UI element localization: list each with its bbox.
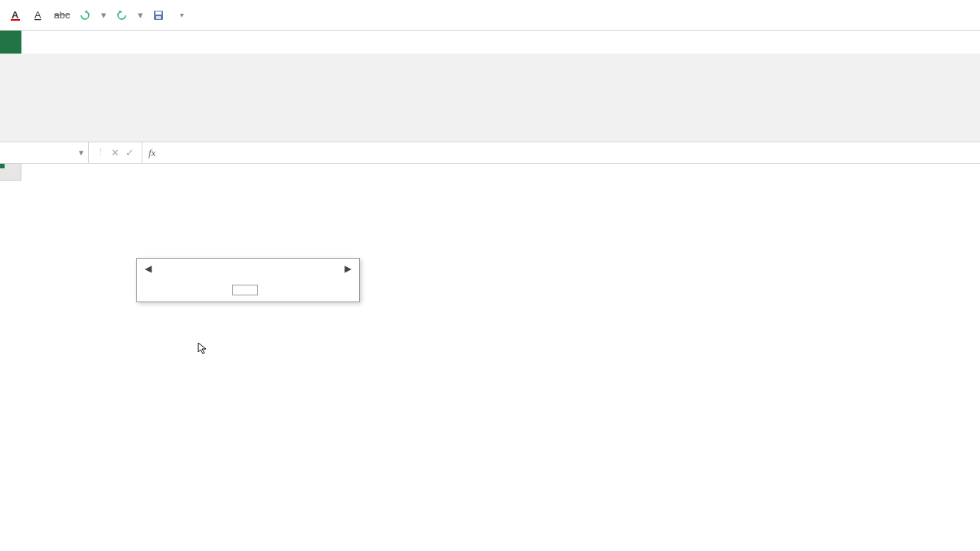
save-icon[interactable] bbox=[150, 7, 167, 24]
name-box-dropdown-icon[interactable]: ▼ bbox=[77, 148, 85, 157]
undo-icon[interactable] bbox=[77, 7, 93, 24]
svg-text:A: A bbox=[34, 9, 41, 21]
quick-access-toolbar: A A abc ▾ ▾ ▾ bbox=[0, 7, 190, 24]
column-headers bbox=[21, 164, 980, 181]
select-all-corner[interactable] bbox=[0, 164, 21, 181]
name-box[interactable]: ▼ bbox=[0, 142, 89, 163]
popup-calendar: ◀ ▶ bbox=[136, 258, 360, 302]
svg-rect-1 bbox=[11, 19, 20, 21]
undo-dropdown-icon[interactable]: ▾ bbox=[100, 7, 107, 24]
mouse-cursor-icon bbox=[198, 342, 210, 354]
enter-icon[interactable]: ✓ bbox=[126, 147, 134, 158]
formula-input[interactable]: fx bbox=[142, 142, 980, 163]
tab-file[interactable] bbox=[0, 31, 21, 54]
formula-bar-buttons: ⋮ ✕ ✓ bbox=[89, 142, 142, 163]
svg-text:A: A bbox=[11, 9, 19, 21]
svg-rect-5 bbox=[156, 16, 161, 19]
redo-dropdown-icon[interactable]: ▾ bbox=[136, 7, 144, 24]
spreadsheet-grid: ◀ ▶ bbox=[0, 164, 980, 551]
calendar-next-icon[interactable]: ▶ bbox=[345, 263, 351, 274]
underline-icon[interactable]: A bbox=[31, 7, 47, 24]
ribbon bbox=[0, 54, 980, 142]
fx-icon[interactable]: fx bbox=[149, 147, 155, 159]
redo-icon[interactable] bbox=[113, 7, 130, 24]
calendar-prev-icon[interactable]: ◀ bbox=[145, 263, 152, 274]
qat-customize-icon[interactable]: ▾ bbox=[173, 7, 190, 24]
svg-rect-4 bbox=[155, 11, 162, 15]
formula-expand-icon[interactable]: ⋮ bbox=[96, 148, 105, 158]
titlebar: A A abc ▾ ▾ ▾ bbox=[0, 0, 980, 31]
calendar-today-swatch[interactable] bbox=[232, 285, 258, 295]
ribbon-tabs bbox=[0, 31, 980, 54]
cancel-icon[interactable]: ✕ bbox=[111, 147, 119, 158]
strikethrough-icon[interactable]: abc bbox=[54, 7, 70, 24]
font-color-icon[interactable]: A bbox=[8, 7, 24, 24]
formula-bar: ▼ ⋮ ✕ ✓ fx bbox=[0, 142, 980, 164]
